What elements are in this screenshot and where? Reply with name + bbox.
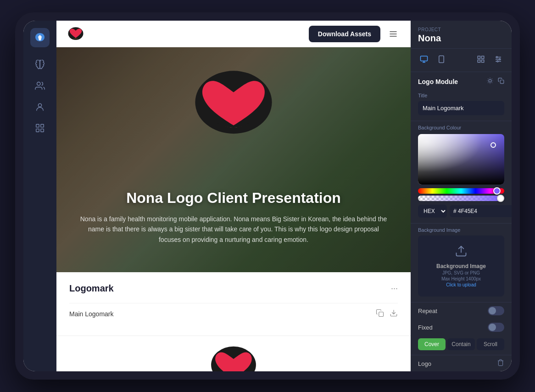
panel-tabs	[411, 49, 512, 72]
svg-point-0	[37, 82, 40, 85]
bg-colour-section: Background Colour	[411, 121, 512, 224]
repeat-label: Repeat	[418, 308, 437, 314]
svg-rect-3	[41, 124, 44, 127]
scroll-button[interactable]: Scroll	[477, 338, 504, 350]
right-panel: Project Nona	[411, 21, 512, 371]
logomark-actions	[376, 309, 398, 319]
fixed-row: Fixed	[411, 319, 512, 336]
brand-icon	[33, 31, 46, 44]
svg-point-25	[499, 59, 501, 60]
menu-button[interactable]	[385, 26, 401, 42]
repeat-toggle-thumb	[489, 307, 496, 314]
hex-input[interactable]	[450, 205, 512, 217]
tab-settings[interactable]	[491, 53, 505, 67]
svg-rect-2	[36, 124, 39, 127]
repeat-row: Repeat	[411, 302, 512, 319]
section-header: Logomark ···	[69, 283, 398, 294]
sidebar	[23, 21, 56, 371]
tab-desktop[interactable]	[417, 53, 431, 67]
bg-colour-label: Background Colour	[418, 125, 504, 130]
svg-rect-11	[379, 312, 384, 317]
fixed-toggle-thumb	[489, 324, 496, 331]
color-inputs: HEX RGB HSL	[418, 205, 504, 218]
opacity-slider-thumb	[497, 195, 504, 202]
canvas-area: Nona Logo Client Presentation Nona is a …	[56, 47, 411, 371]
repeat-toggle[interactable]	[488, 306, 504, 315]
fixed-label: Fixed	[418, 324, 433, 331]
upload-icon	[427, 245, 495, 260]
project-label: Project	[418, 27, 504, 32]
svg-rect-19	[478, 60, 480, 62]
section-menu-button[interactable]: ···	[391, 284, 398, 293]
upload-text: Background Image	[427, 263, 495, 269]
logomark-label: Main Logomark	[69, 310, 114, 318]
svg-rect-36	[500, 80, 504, 84]
download-icon[interactable]	[390, 309, 398, 319]
sun-icon[interactable]	[487, 78, 493, 85]
cover-button[interactable]: Cover	[418, 338, 446, 350]
hue-slider[interactable]	[418, 188, 504, 194]
download-assets-button[interactable]: Download Assets	[309, 26, 380, 42]
brand-logo-img	[66, 24, 86, 44]
copy-icon[interactable]	[376, 309, 384, 319]
hero-text-container: Nona Logo Client Presentation Nona is a …	[78, 190, 390, 245]
topbar: Download Assets	[56, 21, 411, 47]
title-section: Title	[411, 89, 512, 121]
svg-rect-14	[421, 56, 428, 61]
logo-section-header: Logo	[418, 359, 504, 368]
topbar-logo	[66, 24, 86, 44]
module-title-text: Logo Module	[418, 78, 458, 85]
svg-rect-18	[482, 56, 484, 58]
hero-logo	[188, 56, 279, 144]
trash-icon[interactable]	[497, 359, 504, 368]
logo-section: Logo	[411, 355, 512, 371]
logomark-row: Main Logomark	[69, 303, 398, 325]
sidebar-item-apps[interactable]	[32, 120, 48, 136]
hero-section: Nona Logo Client Presentation Nona is a …	[56, 47, 411, 272]
svg-line-30	[488, 78, 488, 79]
title-label: Title	[418, 93, 504, 98]
svg-rect-17	[478, 56, 480, 58]
copy-module-icon[interactable]	[498, 78, 504, 85]
svg-rect-5	[41, 129, 44, 132]
sidebar-logo[interactable]	[30, 28, 50, 47]
svg-rect-4	[36, 129, 39, 132]
hero-subtitle: Nona is a family health monitoring mobil…	[78, 214, 390, 245]
upload-max: Max Height 1400px	[427, 276, 495, 281]
module-title-icons	[487, 78, 504, 85]
project-name: Nona	[418, 33, 504, 44]
main-content: Download Assets	[56, 21, 411, 371]
sidebar-item-users[interactable]	[32, 78, 48, 94]
sidebar-item-brain[interactable]	[32, 56, 48, 73]
svg-point-26	[497, 61, 498, 62]
svg-point-27	[489, 79, 491, 82]
svg-point-1	[38, 104, 41, 107]
upload-formats: JPG, SVG or PNG	[427, 270, 495, 275]
tab-mobile[interactable]	[435, 53, 448, 67]
logo-section-label: Logo	[418, 360, 431, 367]
right-panel-header: Project Nona	[411, 21, 512, 49]
hero-logo-svg	[190, 59, 277, 141]
bg-image-upload[interactable]: Background Image JPG, SVG or PNG Max Hei…	[418, 235, 504, 297]
contain-button[interactable]: Contain	[447, 338, 475, 350]
opacity-slider[interactable]	[418, 196, 504, 201]
bottom-logo-svg	[206, 341, 261, 372]
color-type-select[interactable]: HEX RGB HSL	[418, 205, 447, 218]
hue-slider-thumb	[493, 187, 501, 195]
tab-grid[interactable]	[474, 53, 488, 67]
color-gradient[interactable]	[418, 134, 504, 185]
svg-line-31	[492, 83, 492, 83]
color-picker-dot[interactable]	[490, 142, 496, 148]
upload-link[interactable]: Click to upload	[427, 282, 495, 287]
svg-point-24	[496, 56, 498, 58]
sidebar-item-profile[interactable]	[32, 99, 48, 115]
bottom-logo-preview	[56, 336, 411, 371]
fixed-toggle[interactable]	[488, 323, 504, 332]
bg-image-section: Background Image Background Image JPG, S…	[411, 224, 512, 302]
title-input[interactable]	[418, 101, 504, 115]
svg-rect-20	[482, 60, 484, 62]
svg-line-34	[488, 83, 488, 83]
hero-title: Nona Logo Client Presentation	[78, 190, 390, 207]
content-section: Logomark ··· Main Logomark	[56, 272, 411, 336]
section-title: Logomark	[69, 283, 114, 294]
